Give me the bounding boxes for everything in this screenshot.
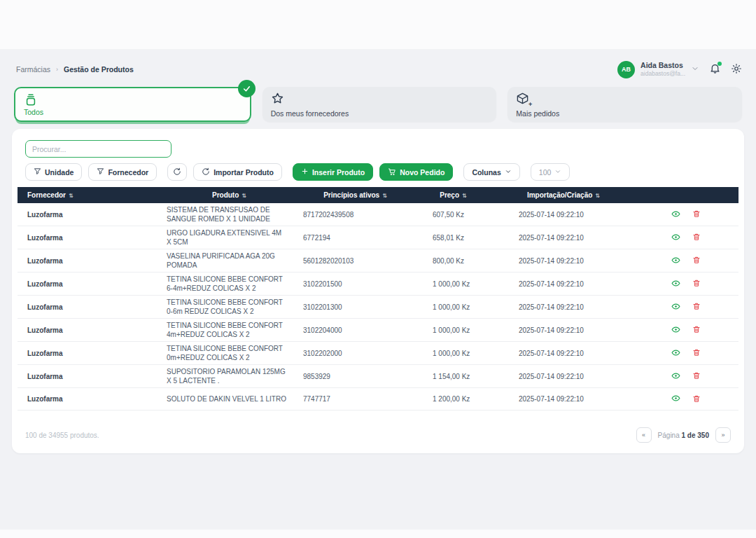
table-row[interactable]: Luzofarma SUPOSITORIO PARAMOLAN 125MG X …: [18, 365, 738, 388]
cell-principios: 3102202000: [298, 342, 413, 365]
tab-label: Dos meus fornecedores: [271, 109, 489, 118]
col-header-importacao[interactable]: Importação/Criação⇅: [493, 187, 634, 203]
page-size-value: 100: [539, 168, 552, 177]
cell-principios: 9853929: [298, 365, 413, 388]
user-meta: Aida Bastos aidabastos@fa...: [640, 61, 685, 78]
table-row[interactable]: Luzofarma SISTEMA DE TRANSFUSAO DE SANGU…: [18, 203, 738, 226]
chevron-down-icon: [691, 63, 699, 76]
col-header-fornecedor[interactable]: Fornecedor⇅: [18, 187, 161, 203]
trash-icon: [692, 302, 701, 310]
pagination: « Página 1 de 350 »: [636, 427, 731, 443]
breadcrumb: Farmácias › Gestão de Produtos: [16, 65, 134, 74]
page-size-select[interactable]: 100: [531, 163, 570, 181]
fornecedor-filter-button[interactable]: Fornecedor: [88, 163, 157, 181]
plus-badge: +: [528, 102, 533, 107]
view-product-button[interactable]: [671, 371, 680, 380]
cell-fornecedor: Luzofarma: [18, 388, 161, 411]
view-product-button[interactable]: [671, 394, 680, 403]
delete-product-button[interactable]: [692, 209, 701, 218]
row-actions: [671, 371, 701, 380]
filter-icon: [34, 167, 41, 177]
sort-icon[interactable]: ⇅: [69, 193, 74, 199]
trash-icon: [692, 394, 701, 403]
filter-cards: Todos Dos meus fornecedores + Mais pedid…: [14, 87, 742, 122]
cell-importacao: 2025-07-14 09:22:10: [493, 319, 634, 342]
view-product-button[interactable]: [671, 256, 680, 265]
main-area: Farmácias › Gestão de Produtos AB Aida B…: [0, 49, 756, 530]
table-row[interactable]: Luzofarma TETINA SILICONE BEBE CONFORT 6…: [18, 273, 738, 296]
table-row[interactable]: Luzofarma TETINA SILICONE BEBE CONFORT 4…: [18, 319, 738, 342]
delete-product-button[interactable]: [692, 256, 701, 264]
col-header-actions: [634, 187, 738, 203]
col-header-preco[interactable]: Preço⇅: [413, 187, 493, 203]
delete-product-button[interactable]: [692, 371, 701, 380]
user-name: Aida Bastos: [640, 61, 685, 70]
colunas-button[interactable]: Colunas: [463, 163, 519, 181]
search-input[interactable]: [25, 140, 172, 158]
novo-pedido-button[interactable]: Novo Pedido: [379, 163, 453, 181]
cell-produto: TETINA SILICONE BEBE CONFORT 6-4m+REDUZ …: [161, 273, 298, 296]
delete-product-button[interactable]: [692, 233, 701, 241]
cell-importacao: 2025-07-14 09:22:10: [493, 296, 634, 319]
importar-produto-button[interactable]: Importar Produto: [193, 163, 282, 181]
delete-product-button[interactable]: [692, 325, 701, 333]
delete-product-button[interactable]: [692, 302, 701, 310]
view-product-button[interactable]: [671, 302, 680, 311]
next-page-button[interactable]: »: [715, 427, 731, 443]
cell-produto: TETINA SILICONE BEBE CONFORT 0m+REDUZ CO…: [161, 342, 298, 365]
tab-dos-meus-fornecedores[interactable]: Dos meus fornecedores: [262, 87, 497, 122]
trash-icon: [692, 348, 701, 357]
view-product-button[interactable]: [671, 233, 680, 242]
products-table: Fornecedor⇅ Produto⇅ Princípios ativos⇅ …: [18, 187, 738, 411]
sort-icon[interactable]: ⇅: [462, 193, 467, 199]
col-header-principios[interactable]: Princípios ativos⇅: [298, 187, 413, 203]
fornecedor-filter-label: Fornecedor: [108, 168, 148, 177]
refresh-icon: [202, 167, 210, 177]
cell-fornecedor: Luzofarma: [18, 342, 161, 365]
row-actions: [671, 279, 701, 288]
breadcrumb-parent[interactable]: Farmácias: [16, 65, 50, 74]
view-product-button[interactable]: [671, 325, 680, 334]
refresh-button[interactable]: [167, 163, 187, 181]
view-product-button[interactable]: [671, 279, 680, 288]
col-header-produto[interactable]: Produto⇅: [161, 187, 298, 203]
sort-icon[interactable]: ⇅: [595, 193, 600, 199]
table-row[interactable]: Luzofarma SOLUTO DE DAKIN VELVEL 1 LITRO…: [18, 388, 738, 411]
cell-produto: SOLUTO DE DAKIN VELVEL 1 LITRO: [161, 388, 298, 411]
theme-toggle-button[interactable]: [731, 63, 742, 76]
cell-fornecedor: Luzofarma: [18, 319, 161, 342]
table-row[interactable]: Luzofarma TETINA SILICONE BEBE CONFORT 0…: [18, 296, 738, 319]
row-actions: [671, 302, 701, 311]
delete-product-button[interactable]: [692, 279, 701, 287]
sort-icon[interactable]: ⇅: [382, 193, 387, 199]
view-product-button[interactable]: [671, 209, 680, 219]
inserir-produto-button[interactable]: Inserir Produto: [293, 163, 373, 181]
cell-preco: 1 200,00 Kz: [413, 388, 493, 411]
cell-preco: 1 154,00 Kz: [413, 365, 493, 388]
unidade-filter-button[interactable]: Unidade: [25, 163, 82, 181]
selected-check-badge: [238, 80, 255, 97]
tab-todos[interactable]: Todos: [14, 87, 251, 122]
user-menu[interactable]: AB Aida Bastos aidabastos@fa...: [617, 61, 699, 78]
table-row[interactable]: Luzofarma URGO LIGADURA EXTENSIVEL 4M X …: [18, 226, 738, 249]
table-row[interactable]: Luzofarma VASELINA PURIFICADA AGA 20G PO…: [18, 249, 738, 273]
notifications-button[interactable]: [709, 62, 721, 76]
table-row[interactable]: Luzofarma TETINA SILICONE BEBE CONFORT 0…: [18, 342, 738, 365]
importar-produto-label: Importar Produto: [214, 168, 274, 177]
cell-principios: 5601282020103: [298, 249, 413, 273]
eye-icon: [671, 394, 680, 403]
delete-product-button[interactable]: [692, 348, 701, 357]
delete-product-button[interactable]: [692, 394, 701, 403]
user-email: aidabastos@fa...: [640, 70, 685, 78]
page-indicator: Página 1 de 350: [658, 432, 709, 439]
notification-dot: [718, 62, 722, 66]
view-product-button[interactable]: [671, 348, 680, 357]
trash-icon: [692, 279, 701, 287]
prev-page-button[interactable]: «: [636, 427, 652, 443]
sort-icon[interactable]: ⇅: [241, 193, 246, 199]
cell-preco: 1 000,00 Kz: [413, 342, 493, 365]
cell-produto: TETINA SILICONE BEBE CONFORT 0-6m REDUZ …: [161, 296, 298, 319]
eye-icon: [671, 233, 680, 242]
avatar[interactable]: AB: [617, 61, 635, 78]
tab-mais-pedidos[interactable]: + Mais pedidos: [507, 87, 742, 122]
